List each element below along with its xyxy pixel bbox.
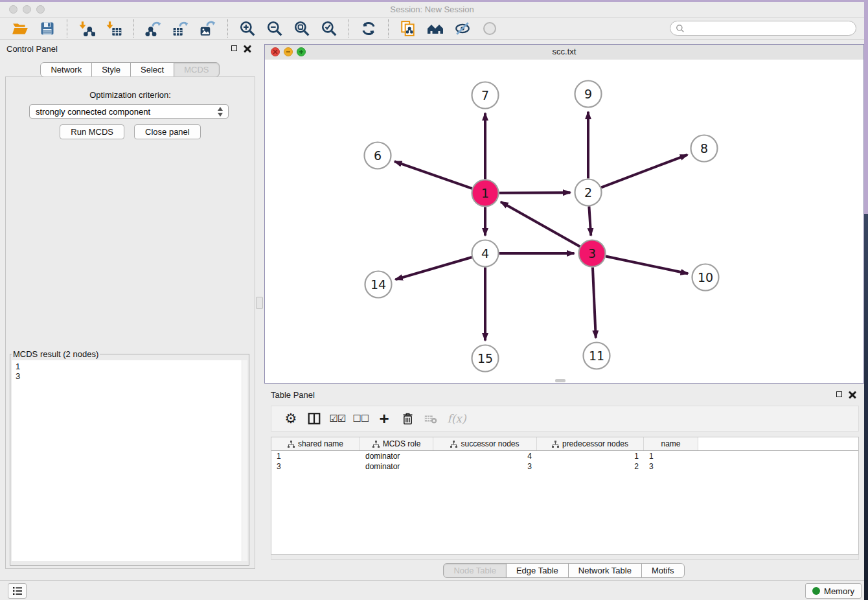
- graph-edge-1-2[interactable]: [499, 192, 570, 193]
- optimization-select[interactable]: strongly connected component: [29, 104, 229, 119]
- fx-icon: f(x): [447, 412, 466, 425]
- column-label: shared name: [298, 439, 343, 448]
- memory-button[interactable]: Memory: [805, 583, 862, 599]
- export-image-button[interactable]: [198, 19, 218, 38]
- column-header-successor-nodes[interactable]: successor nodes: [433, 437, 537, 450]
- eye-disabled-icon: [482, 21, 497, 36]
- column-header-name[interactable]: name: [644, 437, 698, 450]
- tree-sort-icon: [288, 441, 295, 448]
- tab-style[interactable]: Style: [91, 62, 131, 77]
- save-session-button[interactable]: [37, 19, 58, 38]
- tree-sort-icon: [450, 441, 457, 448]
- main-toolbar: [0, 17, 864, 40]
- graph-edge-3-11[interactable]: [593, 267, 596, 338]
- mcds-result-group: MCDS result (2 nodes) 1 3: [10, 349, 249, 566]
- zoom-out-button[interactable]: [264, 19, 285, 38]
- hide-graphics-button[interactable]: [452, 19, 473, 38]
- refresh-view-button[interactable]: [358, 19, 379, 38]
- zoom-in-icon: [239, 20, 256, 37]
- refresh-icon: [360, 20, 377, 37]
- graph-edge-3-10[interactable]: [606, 256, 688, 273]
- export-table-button[interactable]: [170, 19, 191, 38]
- table-tab-motifs[interactable]: Motifs: [641, 563, 685, 578]
- duplicate-network-button[interactable]: [398, 19, 418, 38]
- table-tab-network-table[interactable]: Network Table: [568, 563, 642, 578]
- run-mcds-button[interactable]: Run MCDS: [60, 124, 124, 139]
- table-panel: Table Panel ⚙ ☑☑ ☐☐ +: [264, 386, 864, 581]
- close-table-panel-icon[interactable]: [849, 391, 856, 398]
- column-label: predecessor nodes: [562, 439, 628, 448]
- select-all-button[interactable]: ☑☑: [326, 413, 349, 424]
- delete-table-icon: [424, 411, 438, 426]
- open-session-button[interactable]: [10, 19, 30, 38]
- import-network-icon: [78, 20, 95, 37]
- search-icon: [676, 24, 685, 33]
- result-scrollbar[interactable]: [242, 360, 247, 561]
- export-network-icon: [145, 20, 162, 37]
- add-column-button[interactable]: +: [372, 412, 396, 425]
- search-input[interactable]: [685, 22, 856, 35]
- table-row[interactable]: 1dominator411: [271, 451, 858, 461]
- tab-mcds[interactable]: MCDS: [174, 62, 219, 77]
- mcds-result-text[interactable]: 1 3: [12, 360, 242, 561]
- graph-node-label: 14: [371, 277, 386, 292]
- table-body: 1dominator4113dominator323: [271, 451, 858, 472]
- control-panel-tabs: NetworkStyleSelectMCDS: [0, 62, 260, 77]
- table-hscrollbar[interactable]: [271, 555, 859, 560]
- network-canvas[interactable]: 7968124314101511: [265, 60, 863, 383]
- table-tab-node-table[interactable]: Node Table: [443, 563, 507, 578]
- gear-icon: ⚙: [285, 411, 297, 426]
- plus-icon: +: [379, 412, 389, 425]
- table-tabs: Node TableEdge TableNetwork TableMotifs: [264, 563, 864, 578]
- graph-node-label: 7: [481, 88, 489, 102]
- zoom-in-button[interactable]: [237, 19, 258, 38]
- tab-select[interactable]: Select: [130, 62, 174, 77]
- canvas-scrollbar-handle[interactable]: [555, 379, 565, 382]
- table-cell: 3: [644, 462, 698, 471]
- graph-node-label: 1: [481, 186, 489, 200]
- zoom-fit-icon: [293, 20, 310, 37]
- import-network-button[interactable]: [76, 19, 97, 38]
- graph-edge-4-14[interactable]: [395, 257, 472, 279]
- toolbar-separator: [227, 19, 228, 38]
- column-header-predecessor-nodes[interactable]: predecessor nodes: [537, 437, 644, 450]
- toolbar-separator: [67, 19, 67, 38]
- zoom-selected-button[interactable]: [319, 19, 339, 38]
- toolbar-separator: [388, 19, 389, 38]
- column-header-MCDS-role[interactable]: MCDS role: [360, 437, 433, 450]
- graph-edge-1-6[interactable]: [394, 161, 472, 189]
- float-panel-icon[interactable]: [231, 45, 237, 51]
- window-frame-top: [0, 0, 868, 2]
- panel-divider-handle[interactable]: [256, 297, 263, 309]
- graph-edge-2-3[interactable]: [589, 206, 591, 235]
- network-window-title: scc.txt: [265, 47, 863, 56]
- first-neighbors-button[interactable]: [425, 19, 446, 38]
- network-graph: 7968124314101511: [265, 60, 863, 383]
- close-panel-button[interactable]: Close panel: [134, 124, 201, 139]
- table-cell: 1: [271, 452, 360, 461]
- column-label: successor nodes: [461, 439, 519, 448]
- table-cell: dominator: [360, 462, 433, 471]
- table-cell: 1: [537, 452, 644, 461]
- table-settings-button[interactable]: ⚙: [279, 411, 303, 426]
- graph-node-label: 10: [698, 270, 713, 284]
- delete-row-button[interactable]: [396, 411, 419, 426]
- graph-edge-3-1[interactable]: [501, 202, 580, 247]
- tab-network[interactable]: Network: [40, 62, 92, 77]
- task-history-button[interactable]: [8, 583, 27, 599]
- zoom-fit-button[interactable]: [291, 19, 312, 38]
- graph-node-label: 11: [589, 349, 604, 363]
- memory-status-icon: [812, 587, 820, 595]
- graph-edge-2-8[interactable]: [601, 155, 687, 188]
- deselect-all-button[interactable]: ☐☐: [349, 413, 372, 424]
- graph-node-label: 15: [477, 351, 493, 365]
- mcds-tab-content: Optimization criterion: strongly connect…: [5, 76, 255, 569]
- table-tab-edge-table[interactable]: Edge Table: [506, 563, 569, 578]
- import-table-button[interactable]: [104, 19, 124, 38]
- toggle-column-pane-button[interactable]: [303, 411, 326, 426]
- float-table-panel-icon[interactable]: [836, 391, 842, 397]
- table-row[interactable]: 3dominator323: [271, 461, 858, 472]
- export-network-button[interactable]: [143, 19, 164, 38]
- close-panel-icon[interactable]: [244, 45, 251, 52]
- column-header-shared-name[interactable]: shared name: [271, 437, 360, 450]
